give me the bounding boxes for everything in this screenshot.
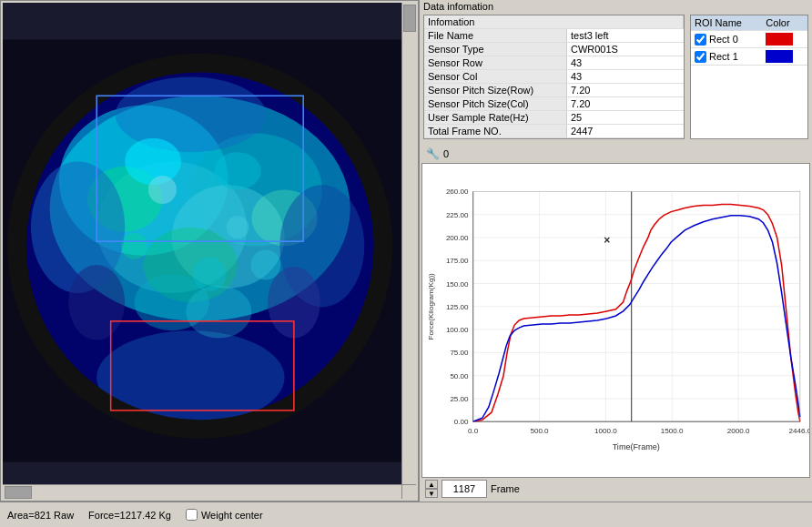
scroll-corner: [401, 484, 416, 499]
svg-point-18: [186, 286, 251, 339]
table-row: File Name test3 left: [424, 29, 684, 43]
row-value: CWR001S: [566, 43, 683, 56]
chart-tool-icon: 🔧: [425, 147, 440, 161]
svg-text:200.00: 200.00: [446, 234, 469, 242]
row-label: Sensor Pitch Size(Col): [424, 97, 566, 111]
horizontal-scrollbar[interactable]: [3, 484, 401, 499]
svg-text:125.00: 125.00: [446, 303, 469, 311]
svg-text:175.00: 175.00: [446, 257, 469, 265]
table-row: Sensor Col 43: [424, 70, 684, 84]
row-value: test3 left: [566, 29, 683, 43]
table-row: Sensor Row 43: [424, 56, 684, 70]
svg-text:0.0: 0.0: [468, 427, 479, 435]
svg-text:150.00: 150.00: [446, 280, 469, 289]
svg-point-14: [116, 77, 266, 153]
area-status: Area=821 Raw: [7, 510, 74, 521]
svg-point-24: [121, 233, 147, 259]
table-row: Sensor Pitch Size(Col) 7.20: [424, 97, 684, 111]
roi-color-0: [766, 33, 793, 46]
status-bar: Area=821 Raw Force=1217.42 Kg Weight cen…: [0, 502, 812, 527]
row-value: 7.20: [566, 84, 683, 97]
roi-color-header: Color: [762, 15, 807, 31]
vertical-scrollbar[interactable]: [401, 3, 416, 484]
roi-name-1: Rect 1: [691, 48, 762, 66]
weight-center-label: Weight center: [201, 510, 263, 521]
roi-checkbox-0[interactable]: [695, 34, 706, 46]
frame-input-area: ▲ ▼ Frame: [421, 478, 810, 500]
row-label: Sensor Row: [424, 56, 566, 70]
chart-container: 260.00 225.00 200.00 175.00 150.00 125.0…: [421, 163, 810, 478]
svg-point-15: [125, 138, 181, 186]
sensor-image-area: [3, 3, 416, 499]
svg-point-21: [148, 176, 177, 204]
frame-increment-button[interactable]: ▲: [425, 480, 438, 489]
svg-text:0.00: 0.00: [454, 418, 469, 426]
table-row: Total Frame NO. 2447: [424, 125, 684, 138]
force-chart: 260.00 225.00 200.00 175.00 150.00 125.0…: [422, 164, 809, 477]
info-roi-row: Infomation File Name test3 left Sensor T…: [420, 13, 812, 143]
svg-text:1500.0: 1500.0: [661, 427, 684, 435]
roi-checkbox-1[interactable]: [695, 51, 706, 63]
svg-point-19: [68, 265, 125, 340]
svg-text:2446.0: 2446.0: [789, 427, 809, 435]
table-row: Sensor Type CWR001S: [424, 43, 684, 56]
table-row: Sensor Pitch Size(Row) 7.20: [424, 84, 684, 97]
svg-text:500.0: 500.0: [530, 427, 549, 435]
svg-text:50.00: 50.00: [450, 372, 469, 380]
data-info-header: Data infomation: [420, 0, 812, 13]
frame-input[interactable]: [442, 480, 487, 498]
svg-text:1000.0: 1000.0: [594, 427, 617, 435]
row-value: 25: [566, 111, 683, 125]
weight-center-checkbox[interactable]: [186, 509, 198, 521]
svg-text:25.00: 25.00: [450, 395, 469, 403]
svg-text:100.00: 100.00: [446, 326, 469, 334]
info-table: Infomation File Name test3 left Sensor T…: [424, 15, 684, 138]
top-section: Data infomation Infomation File Name tes…: [420, 0, 812, 143]
svg-text:×: ×: [604, 234, 610, 247]
svg-text:75.00: 75.00: [450, 349, 469, 357]
frame-decrement-button[interactable]: ▼: [425, 489, 438, 498]
roi-row-0: Rect 0: [691, 31, 807, 48]
data-info-title: Data infomation: [423, 1, 493, 12]
roi-panel: ROI Name Color Rect 0: [690, 15, 808, 139]
info-table-header: Infomation: [424, 15, 684, 29]
row-label: Sensor Col: [424, 70, 566, 84]
chart-toolbar: 🔧 0: [421, 145, 810, 163]
row-value: 2447: [566, 125, 683, 138]
weight-center-checkbox-area: Weight center: [186, 509, 263, 521]
row-label: Sensor Pitch Size(Row): [424, 84, 566, 97]
roi-name-header: ROI Name: [691, 15, 762, 31]
row-label: Total Frame NO.: [424, 125, 566, 138]
roi-name-0: Rect 0: [691, 31, 762, 48]
data-info-panel: Infomation File Name test3 left Sensor T…: [423, 15, 685, 139]
svg-text:Time(Frame): Time(Frame): [613, 442, 660, 451]
table-row: User Sample Rate(Hz) 25: [424, 111, 684, 125]
svg-rect-29: [422, 182, 809, 459]
chart-section: 🔧 0: [420, 143, 812, 502]
svg-point-22: [227, 216, 249, 238]
force-status: Force=1217.42 Kg: [88, 510, 171, 521]
scrollbar-thumb-h[interactable]: [5, 486, 32, 499]
roi-row-1: Rect 1: [691, 48, 807, 66]
row-label: User Sample Rate(Hz): [424, 111, 566, 125]
sensor-heatmap: [3, 3, 416, 499]
right-panel: Data infomation Infomation File Name tes…: [419, 0, 812, 502]
svg-point-16: [214, 152, 261, 189]
svg-text:225.00: 225.00: [446, 211, 469, 219]
row-label: Sensor Type: [424, 43, 566, 56]
row-value: 7.20: [566, 97, 683, 111]
svg-point-25: [250, 249, 280, 279]
svg-text:Force(Kilogram(Kg)): Force(Kilogram(Kg)): [427, 273, 435, 340]
row-value: 43: [566, 70, 683, 84]
row-value: 43: [566, 56, 683, 70]
roi-color-1: [766, 50, 793, 63]
svg-point-23: [192, 258, 226, 291]
roi-table: ROI Name Color Rect 0: [691, 15, 807, 66]
frame-label: Frame: [491, 483, 520, 494]
chart-toolbar-value: 0: [443, 148, 449, 159]
frame-spinners[interactable]: ▲ ▼: [425, 480, 438, 498]
svg-text:2000.0: 2000.0: [727, 427, 750, 435]
scrollbar-thumb-v[interactable]: [403, 5, 416, 32]
svg-text:260.00: 260.00: [446, 187, 469, 196]
row-label: File Name: [424, 29, 566, 43]
